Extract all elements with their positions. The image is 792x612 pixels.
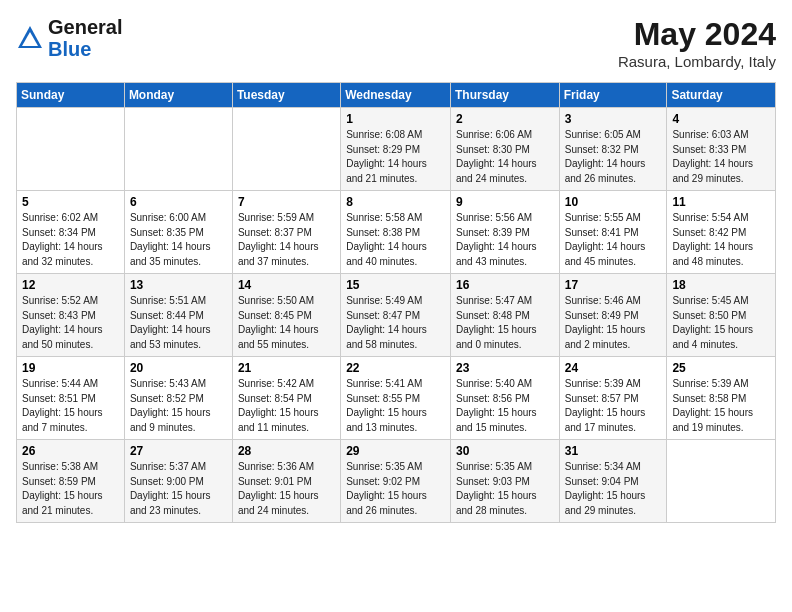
calendar-cell: 26Sunrise: 5:38 AM Sunset: 8:59 PM Dayli… xyxy=(17,440,125,523)
day-number: 21 xyxy=(238,361,335,375)
logo-text: General Blue xyxy=(48,16,122,60)
header-cell-saturday: Saturday xyxy=(667,83,776,108)
day-detail: Sunrise: 5:55 AM Sunset: 8:41 PM Dayligh… xyxy=(565,211,662,269)
header-cell-tuesday: Tuesday xyxy=(232,83,340,108)
calendar-week-2: 5Sunrise: 6:02 AM Sunset: 8:34 PM Daylig… xyxy=(17,191,776,274)
logo-general: General xyxy=(48,16,122,38)
calendar-cell: 27Sunrise: 5:37 AM Sunset: 9:00 PM Dayli… xyxy=(124,440,232,523)
day-detail: Sunrise: 5:50 AM Sunset: 8:45 PM Dayligh… xyxy=(238,294,335,352)
calendar-cell: 11Sunrise: 5:54 AM Sunset: 8:42 PM Dayli… xyxy=(667,191,776,274)
day-detail: Sunrise: 5:34 AM Sunset: 9:04 PM Dayligh… xyxy=(565,460,662,518)
day-detail: Sunrise: 6:03 AM Sunset: 8:33 PM Dayligh… xyxy=(672,128,770,186)
day-number: 11 xyxy=(672,195,770,209)
calendar-cell: 4Sunrise: 6:03 AM Sunset: 8:33 PM Daylig… xyxy=(667,108,776,191)
day-number: 23 xyxy=(456,361,554,375)
day-number: 25 xyxy=(672,361,770,375)
calendar-cell: 31Sunrise: 5:34 AM Sunset: 9:04 PM Dayli… xyxy=(559,440,667,523)
day-number: 13 xyxy=(130,278,227,292)
header-cell-monday: Monday xyxy=(124,83,232,108)
calendar-cell: 13Sunrise: 5:51 AM Sunset: 8:44 PM Dayli… xyxy=(124,274,232,357)
calendar-cell: 19Sunrise: 5:44 AM Sunset: 8:51 PM Dayli… xyxy=(17,357,125,440)
day-number: 22 xyxy=(346,361,445,375)
day-number: 30 xyxy=(456,444,554,458)
day-number: 8 xyxy=(346,195,445,209)
day-number: 6 xyxy=(130,195,227,209)
calendar-cell: 28Sunrise: 5:36 AM Sunset: 9:01 PM Dayli… xyxy=(232,440,340,523)
day-number: 14 xyxy=(238,278,335,292)
header-cell-wednesday: Wednesday xyxy=(341,83,451,108)
day-detail: Sunrise: 5:41 AM Sunset: 8:55 PM Dayligh… xyxy=(346,377,445,435)
calendar-header-row: SundayMondayTuesdayWednesdayThursdayFrid… xyxy=(17,83,776,108)
calendar-cell: 15Sunrise: 5:49 AM Sunset: 8:47 PM Dayli… xyxy=(341,274,451,357)
day-number: 2 xyxy=(456,112,554,126)
day-detail: Sunrise: 5:51 AM Sunset: 8:44 PM Dayligh… xyxy=(130,294,227,352)
location-subtitle: Rasura, Lombardy, Italy xyxy=(618,53,776,70)
calendar-body: 1Sunrise: 6:08 AM Sunset: 8:29 PM Daylig… xyxy=(17,108,776,523)
day-detail: Sunrise: 5:49 AM Sunset: 8:47 PM Dayligh… xyxy=(346,294,445,352)
day-detail: Sunrise: 5:58 AM Sunset: 8:38 PM Dayligh… xyxy=(346,211,445,269)
title-block: May 2024 Rasura, Lombardy, Italy xyxy=(618,16,776,70)
day-detail: Sunrise: 6:06 AM Sunset: 8:30 PM Dayligh… xyxy=(456,128,554,186)
day-detail: Sunrise: 5:35 AM Sunset: 9:02 PM Dayligh… xyxy=(346,460,445,518)
month-title: May 2024 xyxy=(618,16,776,53)
calendar-cell xyxy=(667,440,776,523)
calendar-cell: 18Sunrise: 5:45 AM Sunset: 8:50 PM Dayli… xyxy=(667,274,776,357)
calendar-cell: 3Sunrise: 6:05 AM Sunset: 8:32 PM Daylig… xyxy=(559,108,667,191)
calendar-cell xyxy=(124,108,232,191)
calendar-cell: 17Sunrise: 5:46 AM Sunset: 8:49 PM Dayli… xyxy=(559,274,667,357)
day-number: 12 xyxy=(22,278,119,292)
logo-icon xyxy=(16,24,44,52)
day-number: 9 xyxy=(456,195,554,209)
header-cell-thursday: Thursday xyxy=(450,83,559,108)
day-number: 1 xyxy=(346,112,445,126)
calendar-cell xyxy=(232,108,340,191)
day-number: 4 xyxy=(672,112,770,126)
day-number: 24 xyxy=(565,361,662,375)
calendar-cell: 9Sunrise: 5:56 AM Sunset: 8:39 PM Daylig… xyxy=(450,191,559,274)
calendar-cell: 5Sunrise: 6:02 AM Sunset: 8:34 PM Daylig… xyxy=(17,191,125,274)
calendar-week-1: 1Sunrise: 6:08 AM Sunset: 8:29 PM Daylig… xyxy=(17,108,776,191)
day-detail: Sunrise: 5:39 AM Sunset: 8:58 PM Dayligh… xyxy=(672,377,770,435)
day-detail: Sunrise: 6:02 AM Sunset: 8:34 PM Dayligh… xyxy=(22,211,119,269)
calendar-cell: 7Sunrise: 5:59 AM Sunset: 8:37 PM Daylig… xyxy=(232,191,340,274)
calendar-week-5: 26Sunrise: 5:38 AM Sunset: 8:59 PM Dayli… xyxy=(17,440,776,523)
calendar-cell: 8Sunrise: 5:58 AM Sunset: 8:38 PM Daylig… xyxy=(341,191,451,274)
day-detail: Sunrise: 6:05 AM Sunset: 8:32 PM Dayligh… xyxy=(565,128,662,186)
day-detail: Sunrise: 5:40 AM Sunset: 8:56 PM Dayligh… xyxy=(456,377,554,435)
day-detail: Sunrise: 5:59 AM Sunset: 8:37 PM Dayligh… xyxy=(238,211,335,269)
day-detail: Sunrise: 5:38 AM Sunset: 8:59 PM Dayligh… xyxy=(22,460,119,518)
calendar-cell: 30Sunrise: 5:35 AM Sunset: 9:03 PM Dayli… xyxy=(450,440,559,523)
day-number: 20 xyxy=(130,361,227,375)
day-number: 28 xyxy=(238,444,335,458)
calendar-cell: 14Sunrise: 5:50 AM Sunset: 8:45 PM Dayli… xyxy=(232,274,340,357)
calendar-cell: 16Sunrise: 5:47 AM Sunset: 8:48 PM Dayli… xyxy=(450,274,559,357)
logo-blue: Blue xyxy=(48,38,91,60)
page-header: General Blue May 2024 Rasura, Lombardy, … xyxy=(16,16,776,70)
header-cell-friday: Friday xyxy=(559,83,667,108)
day-number: 15 xyxy=(346,278,445,292)
day-detail: Sunrise: 5:44 AM Sunset: 8:51 PM Dayligh… xyxy=(22,377,119,435)
calendar-cell: 12Sunrise: 5:52 AM Sunset: 8:43 PM Dayli… xyxy=(17,274,125,357)
day-number: 27 xyxy=(130,444,227,458)
day-detail: Sunrise: 5:39 AM Sunset: 8:57 PM Dayligh… xyxy=(565,377,662,435)
logo: General Blue xyxy=(16,16,122,60)
day-number: 29 xyxy=(346,444,445,458)
day-number: 31 xyxy=(565,444,662,458)
day-detail: Sunrise: 5:36 AM Sunset: 9:01 PM Dayligh… xyxy=(238,460,335,518)
day-detail: Sunrise: 5:54 AM Sunset: 8:42 PM Dayligh… xyxy=(672,211,770,269)
header-cell-sunday: Sunday xyxy=(17,83,125,108)
day-detail: Sunrise: 5:43 AM Sunset: 8:52 PM Dayligh… xyxy=(130,377,227,435)
day-detail: Sunrise: 5:52 AM Sunset: 8:43 PM Dayligh… xyxy=(22,294,119,352)
calendar-cell: 20Sunrise: 5:43 AM Sunset: 8:52 PM Dayli… xyxy=(124,357,232,440)
calendar-cell: 21Sunrise: 5:42 AM Sunset: 8:54 PM Dayli… xyxy=(232,357,340,440)
day-number: 18 xyxy=(672,278,770,292)
calendar-cell xyxy=(17,108,125,191)
day-detail: Sunrise: 5:45 AM Sunset: 8:50 PM Dayligh… xyxy=(672,294,770,352)
calendar-week-4: 19Sunrise: 5:44 AM Sunset: 8:51 PM Dayli… xyxy=(17,357,776,440)
day-number: 19 xyxy=(22,361,119,375)
calendar-week-3: 12Sunrise: 5:52 AM Sunset: 8:43 PM Dayli… xyxy=(17,274,776,357)
calendar-cell: 10Sunrise: 5:55 AM Sunset: 8:41 PM Dayli… xyxy=(559,191,667,274)
day-detail: Sunrise: 5:42 AM Sunset: 8:54 PM Dayligh… xyxy=(238,377,335,435)
day-detail: Sunrise: 5:47 AM Sunset: 8:48 PM Dayligh… xyxy=(456,294,554,352)
calendar-cell: 25Sunrise: 5:39 AM Sunset: 8:58 PM Dayli… xyxy=(667,357,776,440)
